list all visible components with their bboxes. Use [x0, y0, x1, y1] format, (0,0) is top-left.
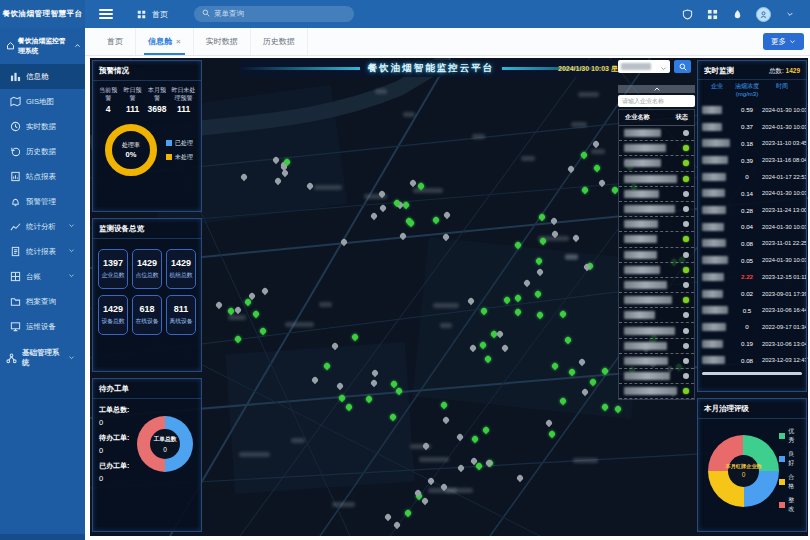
sidebar-item-report[interactable]: 统计报表: [0, 239, 85, 264]
sidebar-item-system[interactable]: 基础管理系统: [0, 341, 85, 375]
device-card[interactable]: 1429设备总数: [98, 295, 128, 335]
alert-stat-value: 3698: [146, 104, 168, 114]
table-row[interactable]: 02022-09-17 01:34:00: [698, 319, 806, 336]
list-item[interactable]: [619, 126, 694, 141]
device-card[interactable]: 618在线设备: [132, 295, 162, 335]
process-rate-label: 处理率: [122, 141, 140, 150]
sidebar-item-map[interactable]: GIS地图: [0, 89, 85, 114]
list-item[interactable]: [619, 339, 694, 354]
company-name-blurred: [702, 223, 724, 231]
table-row[interactable]: 0.142024-01-30 10:03:00: [698, 185, 806, 202]
tab-历史数据[interactable]: 历史数据: [251, 28, 308, 55]
rating-donut: 本月红牌企业数 0: [708, 435, 779, 507]
device-card[interactable]: 1397企业总数: [98, 249, 128, 289]
menu-toggle-icon[interactable]: [99, 9, 113, 19]
list-item[interactable]: [619, 141, 694, 156]
table-row[interactable]: 0.082023-11-01 22:25:00: [698, 235, 806, 252]
table-row[interactable]: 02024-01-17 22:53:00: [698, 168, 806, 185]
list-item[interactable]: [619, 323, 694, 338]
list-item[interactable]: [619, 172, 694, 187]
table-row[interactable]: 0.192023-10-06 13:04:00: [698, 335, 806, 352]
table-row[interactable]: 0.182023-11-10 03:45:00: [698, 135, 806, 152]
tab-首页[interactable]: 首页: [95, 28, 136, 55]
history-icon: [10, 146, 21, 157]
reading-time: 2022-09-17 01:34:00: [762, 324, 806, 330]
table-row[interactable]: 2.222023-12-15 01:11:00: [698, 268, 806, 285]
reading-time: 2023-12-03 12:47:00: [762, 357, 806, 363]
table-row[interactable]: 0.082023-12-03 12:47:00: [698, 352, 806, 369]
realtime-total: 总数: 1429: [769, 67, 800, 76]
list-item[interactable]: [619, 248, 694, 263]
sidebar-item-label: 实时数据: [26, 122, 56, 132]
sidebar-item-archive[interactable]: 档案查询: [0, 289, 85, 314]
list-item[interactable]: [619, 278, 694, 293]
table-row[interactable]: 0.282023-11-24 13:00:00: [698, 202, 806, 219]
list-item[interactable]: [619, 263, 694, 278]
device-card[interactable]: 1429点位总数: [132, 249, 162, 289]
region-select[interactable]: [618, 60, 670, 73]
sidebar-item-device[interactable]: 运维设备: [0, 314, 85, 339]
close-icon[interactable]: ×: [176, 37, 181, 46]
company-list-collapse[interactable]: [618, 85, 695, 93]
user-menu-chevron-icon[interactable]: [783, 8, 796, 21]
list-item[interactable]: [619, 187, 694, 202]
rating-panel: 本月治理评级 本月红牌企业数 0 优秀良好合格整改: [697, 398, 807, 532]
sidebar-item-realtime[interactable]: 实时数据: [0, 114, 85, 139]
table-row[interactable]: 0.042024-01-30 10:03:00: [698, 218, 806, 235]
workorder-stat-value: 0: [99, 418, 129, 427]
realtime-total-label: 总数:: [769, 67, 784, 74]
apps-grid-icon[interactable]: [706, 8, 719, 21]
list-item[interactable]: [619, 369, 694, 384]
device-card[interactable]: 811离线设备: [166, 295, 196, 335]
shield-icon[interactable]: [681, 8, 694, 21]
table-row[interactable]: 0.372024-01-30 10:03:00: [698, 118, 806, 135]
map-label-blurred: [565, 255, 578, 260]
sidebar-item-analysis[interactable]: 统计分析: [0, 214, 85, 239]
company-name-blurred: [624, 251, 657, 259]
chevron-down-icon: [68, 354, 75, 363]
company-col-status: 状态: [676, 113, 688, 122]
list-item[interactable]: [619, 384, 694, 399]
device-card[interactable]: 1429机组总数: [166, 249, 196, 289]
sidebar-item-dashboard[interactable]: 信息舱: [0, 64, 85, 89]
table-row[interactable]: 0.392023-11-16 08:04:00: [698, 152, 806, 169]
menu-search-input[interactable]: 菜单查询: [194, 6, 354, 22]
list-item[interactable]: [619, 232, 694, 247]
device-cards: 1397企业总数1429点位总数1429机组总数1429设备总数618在线设备8…: [93, 239, 201, 345]
workorder-stat: 已办工单:0: [99, 461, 129, 483]
table-row[interactable]: 0.592024-01-30 10:03:00: [698, 102, 806, 119]
horizontal-scrollbar[interactable]: [702, 372, 802, 375]
sidebar-item-alert-manage[interactable]: 预警管理: [0, 189, 85, 214]
legend-swatch: [779, 479, 785, 485]
table-row[interactable]: 0.52023-10-06 16:44:00: [698, 302, 806, 319]
list-item[interactable]: [619, 156, 694, 171]
map-search-button[interactable]: [674, 60, 691, 73]
sidebar-item-ledger[interactable]: 台账: [0, 264, 85, 289]
sidebar-system-header[interactable]: 餐饮油烟监控管理系统: [0, 28, 85, 64]
company-name-blurred: [702, 239, 726, 247]
sidebar-item-station-report[interactable]: 站点报表: [0, 164, 85, 189]
company-name-blurred: [624, 175, 677, 183]
list-item[interactable]: [619, 308, 694, 323]
ledger-icon: [10, 271, 21, 282]
list-item[interactable]: [619, 202, 694, 217]
company-name-blurred: [624, 205, 675, 213]
table-row[interactable]: 0.022023-09-01 17:39:00: [698, 285, 806, 302]
flame-icon[interactable]: [731, 8, 744, 21]
table-row[interactable]: 0.052024-01-30 10:03:00: [698, 252, 806, 269]
list-item[interactable]: [619, 354, 694, 369]
breadcrumb[interactable]: 首页: [135, 8, 168, 21]
more-button[interactable]: 更多: [763, 33, 804, 50]
alert-stat-value: 4: [97, 104, 119, 114]
sidebar-item-history[interactable]: 历史数据: [0, 139, 85, 164]
company-search-input[interactable]: 请输入企业名称: [618, 95, 695, 107]
sidebar-item-label: 站点报表: [26, 172, 56, 182]
user-avatar[interactable]: [756, 7, 771, 22]
tab-实时数据[interactable]: 实时数据: [194, 28, 251, 55]
map-label-blurred: [521, 156, 535, 161]
list-item[interactable]: [619, 217, 694, 232]
alert-stat-label: 当前预警: [97, 87, 119, 102]
tab-信息舱[interactable]: 信息舱×: [136, 28, 194, 55]
list-item[interactable]: [619, 293, 694, 308]
rating-panel-title: 本月治理评级: [698, 399, 806, 419]
